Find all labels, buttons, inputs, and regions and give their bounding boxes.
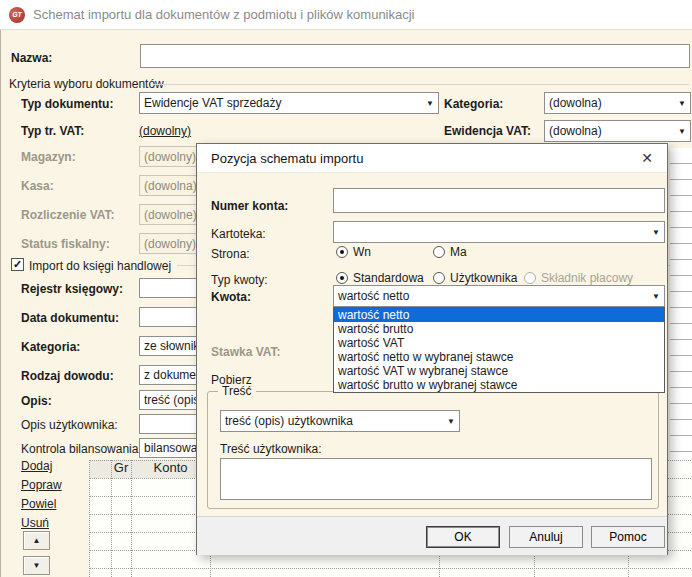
kwota-value: wartość netto: [338, 289, 648, 303]
numer-konta-label: Numer konta:: [211, 199, 288, 213]
radio-wn[interactable]: Wn: [336, 245, 371, 259]
kryteria-group-line: [153, 84, 689, 85]
dropdown-option-highlighted[interactable]: wartość netto: [334, 308, 664, 322]
arrow-down-icon: ▼: [33, 561, 41, 570]
chevron-down-icon: ▼: [447, 417, 455, 426]
kategoria-gorna-value: (dowolna): [549, 96, 674, 110]
radio-uzytkownika-label: Użytkownika: [450, 271, 517, 285]
rodzaj-dowodu-label: Rodzaj dowodu:: [21, 369, 114, 383]
tresc-uzytkownika-textarea[interactable]: [220, 458, 652, 500]
chevron-down-icon: ▼: [678, 127, 686, 136]
ewidencja-vat-label: Ewidencja VAT:: [444, 124, 531, 138]
radio-standardowa-label: Standardowa: [353, 271, 424, 285]
dodaj-link[interactable]: Dodaj: [21, 459, 52, 473]
pomoc-button[interactable]: Pomoc: [591, 526, 665, 548]
dropdown-option[interactable]: wartość brutto w wybranej stawce: [334, 378, 664, 392]
usun-link[interactable]: Usuń: [21, 516, 49, 530]
rozliczenie-vat-label: Rozliczenie VAT:: [21, 208, 115, 222]
background-list-rows: [670, 148, 692, 460]
nazwa-input[interactable]: [140, 44, 690, 68]
kartoteka-combo[interactable]: ▼: [333, 221, 665, 243]
strona-label: Strona:: [211, 247, 250, 261]
import-ksiegi-label: Import do księgi handlowej: [29, 259, 171, 273]
typ-dokumentu-combo[interactable]: Ewidencje VAT sprzedaży ▼: [139, 92, 439, 114]
move-up-button[interactable]: ▲: [23, 531, 50, 550]
typ-kwoty-label: Typ kwoty:: [211, 273, 268, 287]
import-ksiegi-checkbox[interactable]: ✓: [11, 258, 24, 271]
radio-icon: [433, 272, 445, 284]
tresc-group-label: Treść: [218, 384, 256, 398]
ewidencja-vat-combo[interactable]: (dowolna) ▼: [544, 120, 691, 142]
tresc-combo-value: treść (opis) użytkownika: [225, 414, 443, 428]
kwota-combo[interactable]: wartość netto ▼: [333, 285, 665, 307]
opis-uzytkownika-label: Opis użytkownika:: [21, 418, 118, 432]
powiel-link[interactable]: Powiel: [21, 497, 56, 511]
app-gt-icon: GT: [9, 7, 25, 23]
radio-selected-icon: [336, 272, 348, 284]
popraw-link[interactable]: Popraw: [21, 478, 62, 492]
grid-header-empty: [89, 460, 111, 478]
dropdown-option[interactable]: wartość VAT: [334, 336, 664, 350]
move-down-button[interactable]: ▼: [23, 556, 50, 575]
kwota-label: Kwota:: [211, 290, 251, 304]
magazyn-label: Magazyn:: [21, 150, 76, 164]
tresc-combo[interactable]: treść (opis) użytkownika ▼: [220, 410, 460, 432]
app-icon-text: GT: [12, 11, 22, 18]
radio-wn-label: Wn: [353, 245, 371, 259]
radio-icon: [433, 246, 445, 258]
chevron-down-icon: ▼: [652, 292, 660, 301]
kategoria-dolna-label: Kategoria:: [21, 340, 80, 354]
arrow-up-icon: ▲: [33, 536, 41, 545]
typ-dokumentu-label: Typ dokumentu:: [21, 97, 113, 111]
radio-skladnik-placowy: Składnik płacowy: [524, 271, 633, 285]
window-title: Schemat importu dla dokumentów z podmiot…: [33, 7, 415, 22]
dialog-titlebar: Pozycja schematu importu ✕: [197, 144, 667, 173]
dropdown-option[interactable]: wartość netto w wybranej stawce: [334, 350, 664, 364]
grid-header-gr: Gr: [111, 460, 131, 478]
kasa-label: Kasa:: [21, 179, 54, 193]
opis-label: Opis:: [21, 394, 52, 408]
data-dokumentu-label: Data dokumentu:: [21, 311, 119, 325]
typ-tr-vat-link[interactable]: (dowolny): [139, 124, 191, 138]
kartoteka-label: Kartoteka:: [211, 227, 266, 241]
radio-ma[interactable]: Ma: [433, 245, 467, 259]
radio-disabled-icon: [524, 272, 536, 284]
status-fiskalny-label: Status fiskalny:: [21, 237, 110, 251]
tresc-uzytkownika-label: Treść użytkownika:: [220, 442, 322, 456]
anuluj-button[interactable]: Anuluj: [509, 526, 583, 548]
tresc-groupbox: Treść treść (opis) użytkownika ▼ Treść u…: [207, 391, 659, 509]
ewidencja-vat-value: (dowolna): [549, 124, 674, 138]
chevron-down-icon: ▼: [426, 99, 434, 108]
chevron-down-icon: ▼: [652, 228, 660, 237]
close-icon[interactable]: ✕: [637, 150, 657, 166]
dialog-title: Pozycja schematu importu: [211, 151, 637, 166]
radio-standardowa[interactable]: Standardowa: [336, 271, 424, 285]
pozycja-schematu-dialog: Pozycja schematu importu ✕ Numer konta: …: [196, 143, 668, 555]
radio-skladnik-label: Składnik płacowy: [541, 271, 633, 285]
kontrola-bilansowania-label: Kontrola bilansowania:: [21, 442, 142, 456]
radio-ma-label: Ma: [450, 245, 467, 259]
rejestr-ksiegowy-label: Rejestr księgowy:: [21, 282, 123, 296]
kategoria-gorna-combo[interactable]: (dowolna) ▼: [544, 92, 691, 114]
chevron-down-icon: ▼: [678, 99, 686, 108]
kategoria-gorna-label: Kategoria:: [444, 97, 503, 111]
radio-uzytkownika[interactable]: Użytkownika: [433, 271, 517, 285]
dropdown-option[interactable]: wartość brutto: [334, 322, 664, 336]
numer-konta-input[interactable]: [333, 188, 665, 213]
typ-dokumentu-value: Ewidencje VAT sprzedaży: [144, 96, 422, 110]
stawka-vat-label: Stawka VAT:: [211, 345, 281, 359]
main-window: GT Schemat importu dla dokumentów z podm…: [0, 0, 692, 577]
nazwa-label: Nazwa:: [11, 51, 52, 65]
kryteria-group-label: Kryteria wyboru dokumentów: [9, 77, 164, 91]
typ-tr-vat-label: Typ tr. VAT:: [21, 124, 84, 138]
dropdown-option[interactable]: wartość VAT w wybranej stawce: [334, 364, 664, 378]
dialog-footer: OK Anuluj Pomoc: [197, 516, 667, 555]
radio-selected-icon: [336, 246, 348, 258]
kwota-dropdown-list: wartość netto wartość brutto wartość VAT…: [333, 307, 665, 393]
grid-line: [89, 568, 692, 569]
ok-button[interactable]: OK: [426, 526, 500, 548]
window-titlebar: GT Schemat importu dla dokumentów z podm…: [0, 0, 692, 30]
